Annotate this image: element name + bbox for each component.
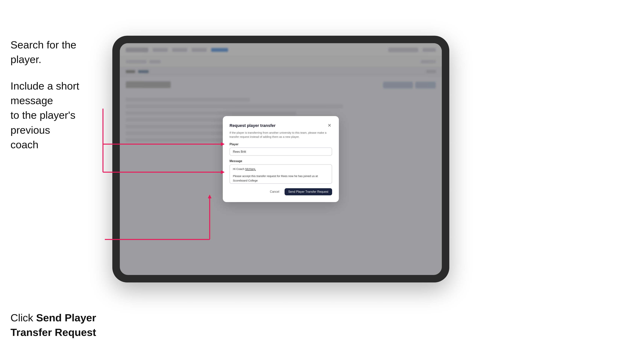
modal-dialog: Request player transfer ✕ If the player … [223,116,339,202]
message-line1: Hi Coach McHarg, [233,167,329,171]
message-textarea[interactable]: Hi Coach McHarg, Please accept this tran… [230,164,332,184]
modal-overlay: Request player transfer ✕ If the player … [120,43,442,275]
player-input[interactable]: Rees Britt [230,148,332,156]
modal-header: Request player transfer ✕ [230,123,332,128]
annotation-click-text: Click Send PlayerTransfer Request [10,311,115,340]
message-line2 [233,171,329,174]
annotation-search-text: Search for the player. [10,38,108,67]
player-label: Player [230,143,332,146]
message-line3: Please accept this transfer request for … [233,174,329,182]
cancel-button[interactable]: Cancel [268,189,282,195]
annotation-area: Search for the player. Include a short m… [0,0,108,346]
message-label: Message [230,160,332,163]
modal-title: Request player transfer [230,123,276,128]
annotation-click-bold: Send PlayerTransfer Request [10,312,96,338]
modal-description: If the player is transferring from anoth… [230,131,332,139]
tablet-screen: Request player transfer ✕ If the player … [120,43,442,275]
tablet-device: Request player transfer ✕ If the player … [112,36,449,282]
close-button[interactable]: ✕ [327,123,332,128]
modal-actions: Cancel Send Player Transfer Request [230,188,332,195]
send-transfer-request-button[interactable]: Send Player Transfer Request [284,188,332,195]
annotation-message-text: Include a short messageto the player's p… [10,79,108,152]
